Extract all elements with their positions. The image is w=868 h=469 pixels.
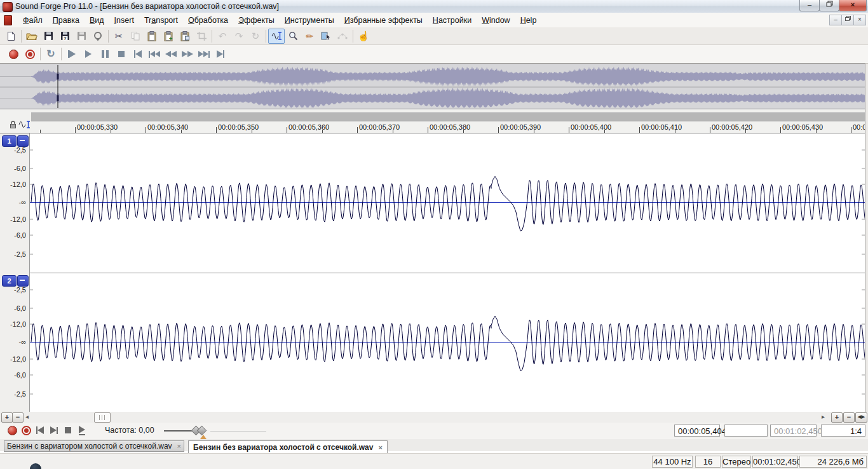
time-ruler[interactable]: 00:00:05,33000:00:05,34000:00:05,35000:0…	[0, 109, 868, 133]
menu-item-5[interactable]: Обработка	[183, 15, 233, 26]
edit-tool-button[interactable]	[268, 29, 285, 44]
rate-slider-track[interactable]	[164, 430, 194, 432]
menu-item-8[interactable]: Избранные эффекты	[339, 15, 428, 26]
menu-item-3[interactable]: Insert	[109, 15, 139, 26]
tab-close-icon[interactable]: ×	[378, 444, 382, 451]
save-button[interactable]	[40, 29, 57, 44]
go-to-start-button[interactable]	[130, 47, 146, 61]
track-zone[interactable]: 1-2,5-6,0-12,0-∞-12,0-6,0-2,52-2,5-6,0-1…	[0, 133, 868, 412]
tab-close-icon[interactable]: ×	[177, 443, 181, 449]
stop-button[interactable]	[113, 47, 130, 61]
mdi-minimize-button[interactable]: –	[829, 15, 842, 25]
ruler-tick	[498, 127, 499, 133]
play-all-button[interactable]	[64, 47, 80, 61]
length-display[interactable]: 00:01:02,450	[770, 425, 817, 437]
menu-item-0[interactable]: Файл	[18, 15, 48, 26]
repeat-button[interactable]: ↻	[247, 29, 264, 44]
menu-item-10[interactable]: Window	[477, 15, 515, 26]
document-tab-1[interactable]: Бензин с вариатором холостой с отсечкой.…	[4, 440, 184, 452]
track-2-minimize-button[interactable]	[17, 275, 29, 287]
forward-button[interactable]	[179, 47, 196, 61]
status-bar: 44 100 Hz16 битСтерео00:01:02,45024 226,…	[0, 453, 868, 469]
record-mini-button[interactable]	[5, 424, 19, 437]
overview-waveform[interactable]	[0, 64, 868, 109]
go-to-end-button[interactable]	[212, 47, 229, 61]
fit-width-button[interactable]: ◀▶	[855, 412, 867, 423]
play-button[interactable]	[80, 47, 97, 61]
scroll-left-arrow[interactable]: ◂	[25, 414, 29, 420]
save-all-button[interactable]	[73, 29, 90, 44]
menu-item-2[interactable]: Вид	[85, 15, 109, 26]
redo-button[interactable]: ↷	[231, 29, 247, 44]
hzoom-out-button[interactable]: −	[843, 412, 855, 423]
edit-tool-icon[interactable]	[18, 119, 31, 132]
paste-to-new-button[interactable]	[177, 29, 193, 44]
status-free-space: 24 226,6 Мб	[799, 456, 867, 468]
track-1-minimize-button[interactable]	[17, 135, 29, 147]
track-separator[interactable]	[30, 273, 868, 273]
pencil-tool-icon: ✏	[306, 31, 313, 41]
envelope-tool-button[interactable]	[334, 29, 351, 44]
play-all-mini-button[interactable]	[75, 424, 89, 437]
ruler-label: 00:00:05,340	[147, 123, 188, 131]
cut-button[interactable]: ✂	[111, 29, 127, 44]
pause-button[interactable]	[97, 47, 113, 61]
stop-mini-button[interactable]	[61, 424, 75, 437]
track-header-column: 1-2,5-6,0-12,0-∞-12,0-6,0-2,52-2,5-6,0-1…	[0, 133, 30, 412]
event-tool-button[interactable]	[318, 29, 334, 44]
magnify-tool-button[interactable]	[285, 29, 301, 44]
track-2-badge[interactable]: 2	[2, 275, 17, 287]
paste-button[interactable]	[144, 29, 160, 44]
document-tab-2[interactable]: Бензин без вариатора холостой с отсечкой…	[188, 440, 388, 453]
trim-button[interactable]	[193, 29, 210, 44]
position-display[interactable]: 00:00:05,404	[674, 425, 720, 437]
scroll-right-arrow[interactable]: ▸	[822, 414, 825, 420]
minimize-button[interactable]: –	[799, 0, 820, 11]
whats-this-help-button[interactable]: ☝	[355, 29, 372, 44]
copy-button[interactable]	[127, 29, 144, 44]
mdi-close-button[interactable]: ×	[853, 15, 866, 25]
loop-playback-button[interactable]: ↻	[43, 47, 59, 61]
rate-slider-track-right[interactable]	[210, 431, 266, 432]
menu-item-4[interactable]: Transport	[139, 15, 183, 26]
zoom-in-button[interactable]: +	[1, 412, 13, 423]
rewind-button[interactable]	[163, 47, 179, 61]
undo-button[interactable]: ↶	[214, 29, 231, 44]
scrollbar-thumb[interactable]	[94, 412, 111, 423]
db-scale-label: -12,0	[10, 320, 26, 328]
render-as-button[interactable]	[90, 29, 106, 44]
ruler-scroll-strip[interactable]	[31, 112, 868, 121]
mini-transport	[5, 424, 89, 437]
rate-slider-handle2[interactable]	[197, 426, 207, 436]
lock-icon[interactable]	[10, 120, 17, 131]
zoom-out-button[interactable]: −	[12, 412, 24, 423]
go-to-end-mini-button[interactable]	[47, 424, 61, 437]
frequency-label: Частота: 0,00	[105, 426, 154, 435]
open-file-button[interactable]	[24, 29, 40, 44]
save-as-button[interactable]: ?	[57, 29, 73, 44]
go-to-start-mini-button[interactable]	[33, 424, 47, 437]
previous-button[interactable]	[146, 47, 163, 61]
restore-button[interactable]	[819, 0, 839, 11]
menu-item-1[interactable]: Правка	[48, 15, 85, 26]
next-button[interactable]	[196, 47, 212, 61]
hzoom-in-button[interactable]: +	[831, 412, 843, 423]
close-button[interactable]: ×	[839, 0, 867, 11]
record-armed-mini-button[interactable]	[19, 424, 33, 437]
selection-display[interactable]	[724, 425, 768, 437]
record-button[interactable]	[5, 47, 22, 61]
window-frame-right	[865, 64, 868, 412]
menu-item-6[interactable]: Эффекты	[233, 15, 280, 26]
menu-item-11[interactable]: Help	[515, 15, 542, 26]
menu-item-9[interactable]: Настройки	[428, 15, 477, 26]
paste-special-button[interactable]: +	[160, 29, 177, 44]
mdi-restore-button[interactable]	[841, 15, 854, 25]
record-armed-button[interactable]	[22, 47, 38, 61]
zoom-ratio-display[interactable]: 1:4	[821, 425, 865, 437]
paste-icon	[147, 31, 156, 41]
track-1-badge[interactable]: 1	[2, 135, 17, 147]
menu-item-7[interactable]: Инструменты	[280, 15, 339, 26]
new-file-button[interactable]	[3, 29, 19, 44]
pencil-tool-button[interactable]: ✏	[301, 29, 318, 44]
cut-icon: ✂	[115, 31, 123, 42]
